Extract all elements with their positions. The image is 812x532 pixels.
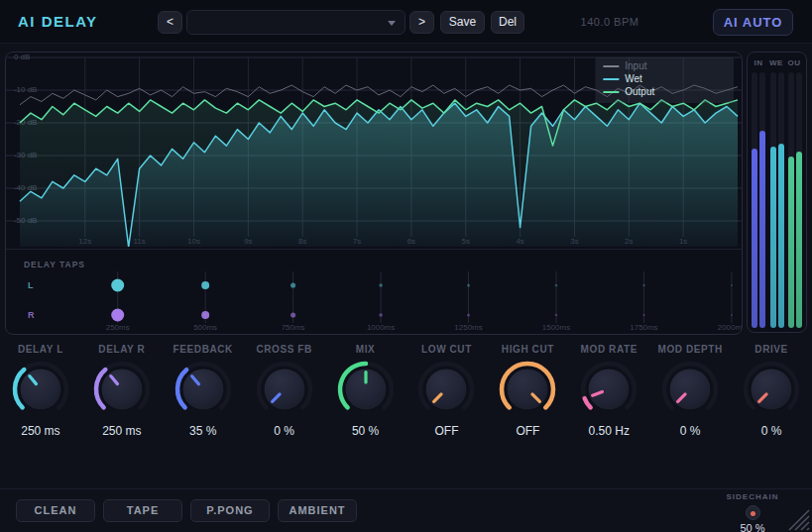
taps-tick-label: 1000ms — [367, 323, 395, 332]
delay-tap-dot — [555, 314, 558, 317]
resize-grip[interactable] — [783, 504, 811, 532]
knob-mod-rate: MOD RATE0.50 Hz — [568, 341, 649, 452]
mode-button-p-pong[interactable]: P.PONG — [190, 499, 270, 522]
knob-label: MIX — [356, 344, 376, 359]
delay-taps-title: DELAY TAPS — [24, 260, 85, 269]
knob-value: OFF — [434, 424, 458, 438]
bottom-divider — [0, 488, 812, 489]
knob-value: 0 % — [680, 424, 701, 438]
knob-drive: DRIVE0 % — [731, 341, 812, 452]
taps-tick-label: 500ms — [193, 323, 217, 332]
delay-taps-display: DELAY TAPS250ms500ms750ms1000ms1250ms150… — [6, 249, 742, 334]
knob-low-cut: LOW CUTOFF — [406, 341, 488, 452]
delay-tap-dot — [111, 309, 124, 322]
knob-value: 0 % — [274, 424, 294, 438]
delay-tap-dot — [731, 314, 733, 316]
meter-fill — [778, 144, 784, 328]
mode-button-clean[interactable]: CLEAN — [16, 499, 95, 522]
taps-tick-label: 1250ms — [454, 323, 482, 332]
knob-mix: MIX50 % — [325, 341, 406, 452]
bpm-readout: 140.0 BPM — [550, 0, 669, 44]
mode-buttons: CLEANTAPEP.PONGAMBIENT — [16, 499, 357, 522]
meter-fill — [759, 131, 765, 328]
knob-label: LOW CUT — [421, 344, 472, 359]
meter-group-label: IN — [749, 58, 768, 67]
delay-tap-dot — [555, 284, 558, 287]
sidechain-knob-dot — [751, 511, 755, 516]
knob-dial-mod-depth[interactable] — [658, 359, 722, 422]
taps-tick-label: 250ms — [106, 323, 130, 332]
meter-group-label: WE — [766, 58, 786, 67]
preset-dropdown[interactable] — [187, 11, 405, 34]
delay-tap-dot — [290, 312, 295, 317]
knob-dial-mod-rate[interactable] — [577, 359, 640, 422]
knob-label: DELAY L — [18, 344, 63, 359]
y-tick-label: -10 dB — [14, 85, 37, 94]
knob-value: 0.50 Hz — [589, 424, 630, 438]
knob-mod-depth: MOD DEPTH0 % — [649, 341, 731, 452]
app-title: AI DELAY — [18, 0, 98, 44]
knob-label: DRIVE — [754, 344, 788, 359]
knob-dial-mix[interactable] — [334, 359, 398, 422]
preset-prev-button[interactable]: < — [158, 11, 182, 34]
knob-cross-fb: CROSS FB0 % — [244, 341, 325, 452]
knob-dial-drive[interactable] — [740, 359, 803, 422]
ai-auto-button[interactable]: AI AUTO — [713, 9, 793, 36]
knob-label: MOD RATE — [581, 344, 638, 359]
top-bar: AI DELAY < > Save Del 140.0 BPM AI AUTO — [0, 0, 812, 44]
taps-tick-label: 1500ms — [542, 323, 570, 332]
knob-value: 50 % — [352, 424, 379, 438]
taps-row-label: R — [28, 310, 35, 320]
sidechain-knob[interactable] — [746, 505, 760, 520]
meter-fill — [770, 147, 776, 328]
svg-text:Input: Input — [625, 60, 646, 71]
spectrum-plot: 12s11s10s9s8s7s6s5s4s3s2s1s0 dB-10 dB-20… — [6, 53, 742, 249]
taps-tick-label: 750ms — [282, 323, 305, 332]
knob-value: 0 % — [761, 424, 782, 438]
knob-dial-delay-l[interactable] — [9, 359, 72, 422]
knob-dial-low-cut[interactable] — [414, 359, 478, 422]
taps-row-label: L — [28, 280, 34, 290]
mode-button-tape[interactable]: TAPE — [103, 499, 182, 522]
chevron-down-icon — [388, 21, 396, 26]
delay-tap-dot — [111, 279, 124, 292]
meter-fill — [788, 157, 794, 328]
knob-feedback: FEEDBACK35 % — [163, 341, 244, 452]
svg-text:Output: Output — [625, 86, 654, 97]
knob-dial-cross-fb[interactable] — [253, 359, 316, 422]
meter-fill — [796, 152, 802, 328]
preset-next-button[interactable]: > — [409, 11, 434, 34]
sidechain-value: 50 % — [713, 522, 792, 532]
knob-label: CROSS FB — [256, 344, 311, 359]
knob-delay-r: DELAY R250 ms — [81, 341, 163, 452]
knob-value: 250 ms — [102, 424, 141, 438]
delay-taps-plot: DELAY TAPS250ms500ms750ms1000ms1250ms150… — [6, 250, 742, 334]
meter-group-label: OU — [784, 58, 804, 67]
knob-label: HIGH CUT — [502, 344, 554, 359]
mode-button-ambient[interactable]: AMBIENT — [278, 499, 357, 522]
taps-tick-label: 1750ms — [630, 323, 657, 332]
plugin-window: AI DELAY < > Save Del 140.0 BPM AI AUTO … — [0, 0, 812, 532]
delay-tap-dot — [201, 311, 209, 319]
knob-value: 35 % — [189, 424, 216, 438]
knob-label: MOD DEPTH — [658, 344, 723, 359]
level-history-display: 12s11s10s9s8s7s6s5s4s3s2s1s0 dB-10 dB-20… — [6, 53, 742, 249]
knobs-row: DELAY L250 msDELAY R250 msFEEDBACK35 %CR… — [0, 341, 812, 452]
knob-high-cut: HIGH CUTOFF — [487, 341, 568, 452]
delay-tap-dot — [467, 314, 470, 317]
knob-dial-feedback[interactable] — [172, 359, 235, 422]
delay-tap-dot — [642, 284, 644, 286]
delay-tap-dot — [731, 284, 733, 286]
knob-value: 250 ms — [21, 424, 59, 438]
knob-dial-high-cut[interactable] — [496, 359, 559, 422]
delay-tap-dot — [379, 283, 383, 287]
save-button[interactable]: Save — [440, 11, 485, 34]
delete-button[interactable]: Del — [491, 11, 524, 34]
sidechain-section: SIDECHAIN 50 % — [713, 492, 792, 532]
taps-tick-label: 2000ms — [718, 323, 742, 332]
knob-dial-delay-r[interactable] — [90, 359, 154, 422]
knob-delay-l: DELAY L250 ms — [0, 341, 81, 452]
graph-panel: 12s11s10s9s8s7s6s5s4s3s2s1s0 dB-10 dB-20… — [5, 52, 743, 335]
meter-fill — [752, 149, 757, 328]
delay-tap-dot — [379, 313, 383, 317]
